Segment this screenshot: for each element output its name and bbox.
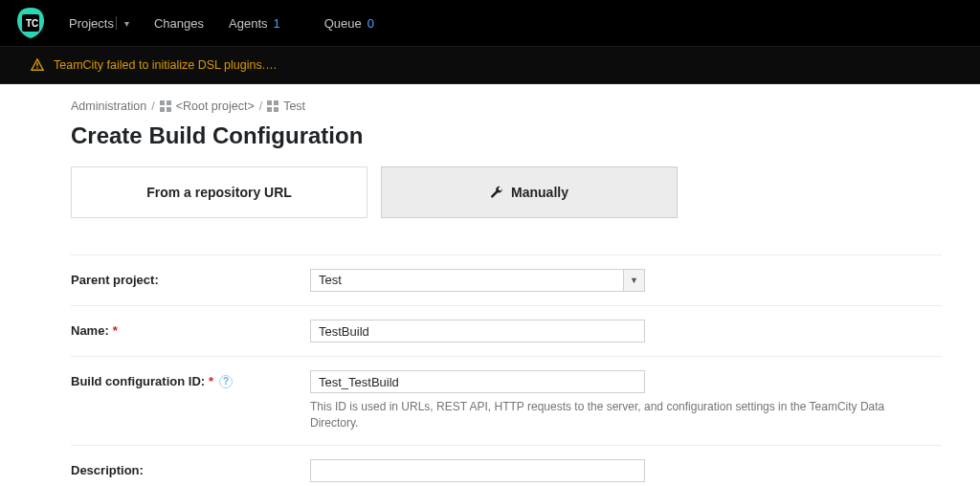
row-name: Name: * <box>71 305 942 356</box>
teamcity-logo[interactable]: TC <box>11 4 50 42</box>
nav-projects-label: Projects <box>69 16 114 31</box>
breadcrumb-sep: / <box>259 99 262 113</box>
parent-project-selected: Test <box>310 269 645 292</box>
warning-text[interactable]: TeamCity failed to initialize DSL plugin… <box>54 58 278 72</box>
nav-queue[interactable]: Queue 0 <box>324 16 374 31</box>
tab-from-repository-url[interactable]: From a repository URL <box>71 166 368 218</box>
row-config-id: Build configuration ID: * ? This ID is u… <box>71 356 942 445</box>
teamcity-logo-icon: TC <box>13 6 48 40</box>
required-indicator: * <box>113 323 118 338</box>
nav-divider <box>116 16 117 30</box>
breadcrumb: Administration / <Root project> / Test <box>71 99 942 113</box>
breadcrumb-sep: / <box>151 99 154 113</box>
mode-tabs: From a repository URL Manually <box>71 166 942 218</box>
label-config-id: Build configuration ID: <box>71 374 205 388</box>
project-icon <box>267 100 278 112</box>
svg-rect-2 <box>36 62 37 66</box>
nav-agents-label: Agents <box>229 16 267 31</box>
label-name: Name: <box>71 323 109 338</box>
warning-icon <box>31 58 44 72</box>
svg-text:TC: TC <box>26 18 38 29</box>
tab-manually-label: Manually <box>511 185 568 200</box>
chevron-down-icon: ▼ <box>623 270 644 291</box>
nav-agents-count: 1 <box>274 16 280 31</box>
project-icon <box>160 100 171 112</box>
nav-agents[interactable]: Agents 1 <box>229 16 280 31</box>
svg-rect-3 <box>36 67 37 68</box>
breadcrumb-root[interactable]: <Root project> <box>176 99 255 113</box>
config-id-input[interactable] <box>310 370 645 393</box>
label-description: Description: <box>71 459 310 477</box>
tab-from-repository-url-label: From a repository URL <box>146 185 292 200</box>
description-input[interactable] <box>310 459 645 482</box>
svg-rect-10 <box>267 107 272 112</box>
wrench-icon <box>490 186 503 199</box>
nav-projects[interactable]: Projects ▾ <box>69 16 129 31</box>
svg-rect-11 <box>274 107 278 112</box>
svg-rect-4 <box>160 100 165 105</box>
name-input[interactable] <box>310 320 645 342</box>
chevron-down-icon[interactable]: ▾ <box>124 18 129 29</box>
breadcrumb-admin[interactable]: Administration <box>71 99 146 113</box>
nav-changes-label: Changes <box>154 16 204 31</box>
nav-changes[interactable]: Changes <box>154 16 204 31</box>
row-parent-project: Parent project: Test ▼ <box>71 254 942 305</box>
svg-rect-9 <box>274 100 278 105</box>
row-description: Description: <box>71 445 942 486</box>
breadcrumb-project[interactable]: Test <box>283 99 305 113</box>
topbar: TC Projects ▾ Changes Agents 1 Queue 0 <box>0 0 980 46</box>
label-parent-project: Parent project: <box>71 269 310 287</box>
tab-manually[interactable]: Manually <box>381 166 678 218</box>
svg-rect-7 <box>167 107 171 112</box>
nav-queue-label: Queue <box>324 16 362 31</box>
page-title: Create Build Configuration <box>71 122 942 149</box>
warning-bar: TeamCity failed to initialize DSL plugin… <box>0 46 980 84</box>
config-id-hint: This ID is used in URLs, REST API, HTTP … <box>310 399 934 431</box>
parent-project-select[interactable]: Test ▼ <box>310 269 645 292</box>
required-indicator: * <box>209 374 213 388</box>
nav-queue-count: 0 <box>368 16 374 31</box>
svg-rect-8 <box>267 100 272 105</box>
svg-rect-6 <box>160 107 165 112</box>
svg-rect-5 <box>167 100 171 105</box>
help-icon[interactable]: ? <box>219 375 233 388</box>
